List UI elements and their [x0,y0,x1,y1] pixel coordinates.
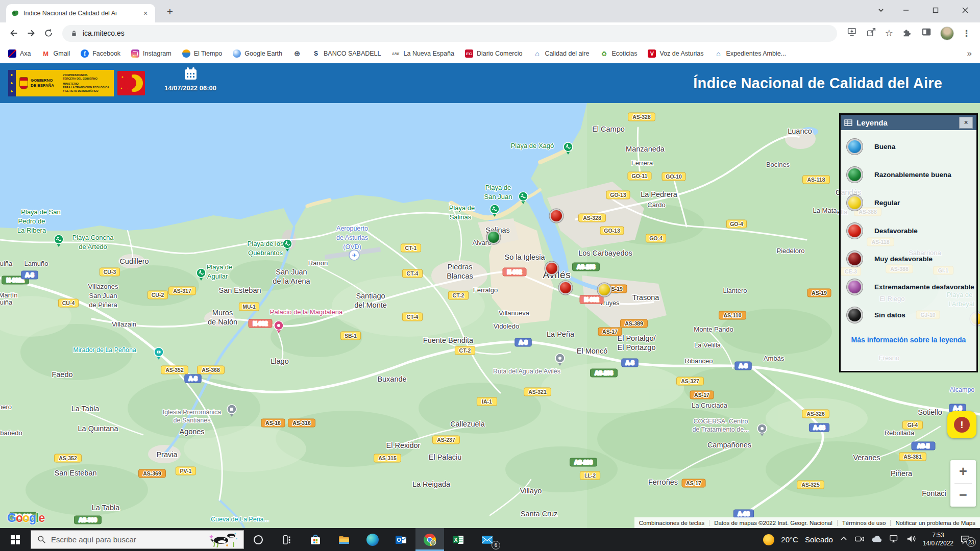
reload-button[interactable] [40,24,57,42]
profile-avatar[interactable] [940,27,954,40]
side-panel-icon[interactable] [921,27,932,40]
bookmark-item[interactable]: MGmail [42,49,70,58]
map-canvas[interactable]: El CampoManzanedaFerreraLuancoBocinesLa … [0,103,980,528]
extensions-icon[interactable] [901,27,913,40]
map-label: Los Carbayedos [578,249,632,257]
calendar-icon[interactable] [184,67,198,81]
bookmark-label: Instagram [143,50,172,57]
legend-close-button[interactable]: × [959,117,973,129]
station-marker-red[interactable] [546,263,557,274]
alert-button[interactable]: ! [947,411,976,438]
road-badge: AS-352 [55,454,82,462]
map-label: Pedro de [18,217,45,225]
bookmark-item[interactable]: ECDiario Comercio [465,49,523,58]
keyboard-shortcuts-button[interactable]: Combinaciones de teclas [634,520,709,526]
new-tab-button[interactable]: + [162,5,178,18]
window-minimize-button[interactable] [891,0,921,20]
mail-button[interactable]: 6 [473,528,501,551]
edge-button[interactable] [358,528,387,551]
legend-item: Regular [841,189,976,217]
install-icon[interactable] [846,27,857,40]
bookmark-item[interactable]: El Tiempo [182,49,223,58]
action-center-button[interactable]: 23 [960,532,976,547]
weather-condition[interactable]: Soleado [805,535,833,544]
attribution-link[interactable]: Notificar un problema de Maps [890,520,980,526]
clock-time: 7:53 [932,532,944,539]
station-marker-green[interactable] [488,232,499,243]
road-badge: PV-1 [176,467,195,475]
map-label: Ferralgo [473,286,498,294]
onedrive-icon[interactable] [871,535,883,545]
bookmark-item[interactable]: Instagram [131,49,172,58]
excel-button[interactable]: X [444,528,473,551]
address-bar[interactable]: ica.miteco.es [62,25,837,42]
bookmark-label: La Nueva España [404,50,454,57]
bookmark-item[interactable]: Google Earth [233,49,282,58]
map-label: Iglesia Prerrománica [163,409,222,416]
map-label: Santa Cruz [521,510,558,518]
legend-item: Desfavorable [841,217,976,245]
share-icon[interactable] [866,27,877,40]
tray-chevron-icon[interactable] [840,535,848,545]
bookmark-item[interactable]: ⌂Calidad del aire [533,49,590,58]
window-close-button[interactable] [950,0,980,20]
tab-search-chevron-icon[interactable] [877,6,885,16]
taskbar-search-input[interactable]: Escribe aquí para buscar [31,530,244,549]
attribution-link[interactable]: Términos de uso [837,520,891,526]
bookmark-item[interactable]: Axa [8,49,31,58]
map-label: Villazain [112,320,136,328]
cortana-button[interactable] [244,528,273,551]
axa-favicon [8,49,16,58]
bookmark-item[interactable]: fFacebook [81,49,120,58]
warning-icon: ! [954,417,970,433]
bookmark-label: Facebook [92,50,120,57]
volume-icon[interactable] [906,534,916,546]
forward-button[interactable] [22,24,40,42]
bookmarks-overflow-chevron[interactable]: » [967,48,972,59]
svg-text:N-632: N-632 [507,269,522,275]
attribution-link[interactable]: Datos de mapas ©2022 Inst. Geogr. Nacion… [709,520,837,526]
task-view-button[interactable] [273,528,301,551]
taskbar-clock[interactable]: 7:53 14/07/2022 [923,532,953,547]
bookmark-item[interactable]: VVoz de Asturias [648,49,703,58]
start-button[interactable] [0,528,31,551]
browser-tab[interactable]: Indice Nacional de Calidad del Ai × [6,4,155,22]
bookmark-item[interactable]: LNELa Nueva España [392,49,454,58]
road-badge: GO-10 [662,172,685,181]
map-label: La Quintana [78,424,118,433]
chrome-button[interactable] [415,528,444,551]
map-label: del Monte [354,301,387,309]
browser-menu-icon[interactable]: ⋮ [962,28,971,39]
tab-close-button[interactable]: × [141,9,150,18]
google-logo-letter: g [29,511,36,524]
outlook-button[interactable]: O [387,528,415,551]
bookmark-item[interactable]: SBANCO SABADELL [312,49,381,58]
weather-sun-icon[interactable] [763,534,774,545]
window-maximize-button[interactable] [921,0,950,20]
map-label: Luanco [788,127,812,135]
station-marker-red[interactable] [560,282,571,293]
airport-poi-marker[interactable]: ✈ [349,250,359,260]
bookmark-item[interactable]: ♻Ecoticias [600,49,637,58]
svg-text:SB-1: SB-1 [345,333,357,339]
meet-now-icon[interactable] [854,534,865,546]
map-label: San Juan [276,268,307,276]
zoom-in-button[interactable]: + [950,460,976,483]
file-explorer-button[interactable] [330,528,358,551]
station-marker-yellow[interactable] [599,284,610,295]
weather-temp[interactable]: 20°C [781,535,798,544]
microsoft-store-button[interactable] [301,528,330,551]
network-icon[interactable] [889,534,899,546]
bookmark-item[interactable]: ⊕ [293,49,301,58]
svg-text:A-66: A-66 [814,424,825,431]
bookmark-star-icon[interactable]: ☆ [885,28,893,39]
zoom-out-button[interactable]: − [950,484,976,507]
bookmark-item[interactable]: ⌂Expedientes Ambie... [715,49,786,58]
road-badge: AS-326 [802,410,829,418]
legend-more-info-link[interactable]: Más información sobre la leyenda [841,336,976,344]
road-badge: AS-389 [621,319,648,328]
search-highlight-orca-art[interactable] [209,532,237,548]
station-marker-red[interactable] [551,210,562,221]
map-label: Ruta del Agua de Avilés [493,368,560,375]
back-button[interactable] [5,24,22,42]
